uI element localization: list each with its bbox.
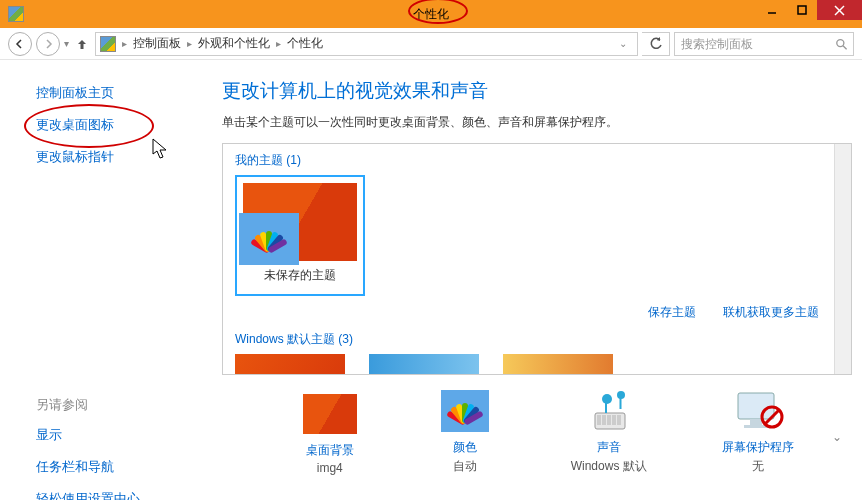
- svg-rect-13: [605, 399, 607, 413]
- breadcrumb-root[interactable]: 控制面板: [133, 35, 181, 52]
- up-button[interactable]: [73, 35, 91, 53]
- svg-rect-10: [612, 415, 616, 425]
- window-title: 个性化: [413, 6, 449, 23]
- controlpanel-icon: [100, 36, 116, 52]
- sidebar-home-link[interactable]: 控制面板主页: [36, 84, 200, 102]
- desktop-background-item[interactable]: 桌面背景 img4: [300, 390, 360, 475]
- sidebar-taskbar-link[interactable]: 任务栏和导航: [36, 458, 200, 476]
- window-icon: [8, 6, 24, 22]
- sound-label: 声音: [571, 439, 647, 456]
- screensaver-icon: [728, 387, 788, 435]
- my-themes-header: 我的主题 (1): [235, 152, 839, 169]
- see-also-header: 另请参阅: [36, 396, 200, 414]
- window-controls: [757, 0, 862, 20]
- search-box[interactable]: [674, 32, 854, 56]
- maximize-button[interactable]: [787, 0, 817, 20]
- svg-line-5: [843, 45, 847, 49]
- color-item[interactable]: 颜色 自动: [435, 387, 495, 475]
- sound-item[interactable]: 声音 Windows 默认: [571, 387, 647, 475]
- svg-point-4: [836, 39, 843, 46]
- svg-rect-17: [750, 419, 762, 425]
- expand-icon[interactable]: ⌄: [832, 430, 842, 444]
- color-swatch-icon: [239, 213, 299, 265]
- sidebar: 控制面板主页 更改桌面图标 更改鼠标指针 另请参阅 显示 任务栏和导航 轻松使用…: [0, 60, 200, 500]
- theme-name: 未保存的主题: [243, 267, 357, 284]
- chevron-right-icon[interactable]: ▸: [276, 38, 281, 49]
- svg-rect-8: [602, 415, 606, 425]
- sound-icon: [579, 387, 639, 435]
- search-icon: [835, 37, 847, 51]
- svg-rect-15: [619, 395, 621, 409]
- chevron-right-icon[interactable]: ▸: [187, 38, 192, 49]
- svg-rect-16: [738, 393, 774, 419]
- main-content: 更改计算机上的视觉效果和声音 单击某个主题可以一次性同时更改桌面背景、颜色、声音…: [200, 60, 862, 500]
- theme-tile[interactable]: [235, 354, 345, 375]
- screensaver-item[interactable]: 屏幕保护程序 无: [722, 387, 794, 475]
- theme-preview: [243, 183, 357, 261]
- navbar: ▾ ▸ 控制面板 ▸ 外观和个性化 ▸ 个性化 ⌄: [0, 28, 862, 60]
- scrollbar-thumb[interactable]: [837, 158, 849, 218]
- refresh-button[interactable]: [642, 32, 670, 56]
- screensaver-label: 屏幕保护程序: [722, 439, 794, 456]
- desktop-bg-icon: [303, 394, 357, 434]
- sidebar-ease-link[interactable]: 轻松使用设置中心: [36, 490, 200, 500]
- sidebar-display-link[interactable]: 显示: [36, 426, 200, 444]
- screensaver-value: 无: [722, 458, 794, 475]
- desktop-bg-label: 桌面背景: [300, 442, 360, 459]
- color-value: 自动: [435, 458, 495, 475]
- save-theme-link[interactable]: 保存主题: [648, 305, 696, 319]
- color-icon: [441, 390, 489, 432]
- svg-rect-1: [798, 6, 806, 14]
- theme-tile[interactable]: [369, 354, 479, 375]
- svg-rect-11: [617, 415, 621, 425]
- get-more-themes-link[interactable]: 联机获取更多主题: [723, 305, 819, 319]
- minimize-button[interactable]: [757, 0, 787, 20]
- scroll-up-icon[interactable]: ▴: [837, 145, 849, 157]
- sidebar-change-icons-link[interactable]: 更改桌面图标: [36, 116, 200, 134]
- back-button[interactable]: [8, 32, 32, 56]
- forward-button[interactable]: [36, 32, 60, 56]
- breadcrumb-category[interactable]: 外观和个性化: [198, 35, 270, 52]
- color-label: 颜色: [435, 439, 495, 456]
- settings-row: 桌面背景 img4 颜色 自动: [222, 387, 852, 475]
- chevron-right-icon[interactable]: ▸: [122, 38, 127, 49]
- page-heading: 更改计算机上的视觉效果和声音: [222, 78, 852, 104]
- sound-value: Windows 默认: [571, 458, 647, 475]
- search-input[interactable]: [681, 37, 829, 51]
- theme-tile[interactable]: [503, 354, 613, 375]
- svg-rect-9: [607, 415, 611, 425]
- address-dropdown-icon[interactable]: ⌄: [613, 38, 633, 49]
- themes-panel: ▴ 我的主题 (1): [222, 143, 852, 375]
- sidebar-change-pointer-link[interactable]: 更改鼠标指针: [36, 148, 200, 166]
- address-bar[interactable]: ▸ 控制面板 ▸ 外观和个性化 ▸ 个性化 ⌄: [95, 32, 638, 56]
- svg-rect-7: [597, 415, 601, 425]
- default-themes-header: Windows 默认主题 (3): [235, 331, 839, 348]
- close-button[interactable]: [817, 0, 862, 20]
- recent-dropdown-icon[interactable]: ▾: [64, 38, 69, 49]
- desktop-bg-value: img4: [300, 461, 360, 475]
- breadcrumb-page[interactable]: 个性化: [287, 35, 323, 52]
- titlebar: 个性化: [0, 0, 862, 28]
- theme-tile[interactable]: 未保存的主题: [235, 175, 365, 296]
- page-subtext: 单击某个主题可以一次性同时更改桌面背景、颜色、声音和屏幕保护程序。: [222, 114, 852, 131]
